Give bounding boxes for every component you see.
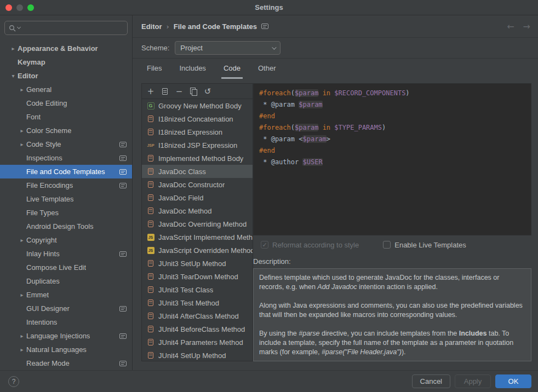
sidebar-item-editor[interactable]: ▾Editor — [0, 69, 132, 83]
sidebar-item-label: File Encodings — [26, 181, 73, 189]
chevron-right-icon[interactable]: ▸ — [18, 292, 26, 298]
template-item-label: Implemented Method Body — [158, 154, 243, 163]
zoom-window-button[interactable] — [27, 4, 34, 11]
template-item-javadoc-constructor[interactable]: JavaDoc Constructor — [142, 178, 253, 191]
sidebar-item-duplicates[interactable]: Duplicates — [0, 274, 132, 288]
title-bar: Settings — [0, 0, 538, 15]
breadcrumb: Editor › File and Code Templates ← → — [133, 15, 538, 37]
screen-icon — [119, 169, 127, 175]
remove-icon[interactable]: − — [173, 85, 186, 97]
sidebar-item-file-and-code-templates[interactable]: File and Code Templates — [0, 165, 132, 178]
chevron-right-icon[interactable]: ▸ — [18, 237, 26, 243]
cancel-button[interactable]: Cancel — [412, 374, 450, 388]
sidebar-item-color-scheme[interactable]: ▸Color Scheme — [0, 124, 132, 137]
template-file-icon — [146, 298, 155, 307]
template-item-label: JUnit3 Test Class — [158, 286, 213, 294]
template-item-junit4-beforeclass-method[interactable]: JUnit4 BeforeClass Method — [142, 322, 253, 336]
template-item-javascript-overridden-method[interactable]: JSJavaScript Overridden Method — [142, 244, 253, 257]
search-history-chevron-icon[interactable] — [17, 25, 21, 29]
sidebar-item-compose-live-edit[interactable]: Compose Live Edit — [0, 261, 132, 274]
scheme-dropdown[interactable]: Project — [175, 41, 281, 55]
ok-button[interactable]: OK — [495, 374, 531, 388]
template-item-label: JUnit3 TearDown Method — [158, 273, 238, 281]
sidebar-item-file-encodings[interactable]: File Encodings — [0, 178, 132, 192]
scheme-value: Project — [180, 44, 202, 52]
live-templates-checkbox[interactable]: Enable Live Templates — [383, 241, 466, 249]
sidebar-item-live-templates[interactable]: Live Templates — [0, 192, 132, 206]
sidebar-item-label: Language Injections — [26, 332, 90, 340]
template-item-junit4-parameters-method[interactable]: JUnit4 Parameters Method — [142, 336, 253, 349]
sidebar-item-keymap[interactable]: Keymap — [0, 55, 132, 69]
screen-icon — [119, 306, 127, 312]
tab-files[interactable]: Files — [145, 59, 164, 79]
tab-other[interactable]: Other — [256, 59, 278, 79]
live-templates-label: Enable Live Templates — [394, 241, 466, 249]
template-file-icon — [146, 272, 155, 281]
template-item-i18nized-concatenation[interactable]: I18nized Concatenation — [142, 112, 253, 125]
list-toolbar: +−↺ — [142, 84, 253, 99]
tab-code[interactable]: Code — [221, 59, 243, 79]
help-button[interactable]: ? — [8, 376, 19, 387]
template-item-junit4-setup-method[interactable]: JUnit4 SetUp Method — [142, 349, 253, 361]
sidebar-item-inlay-hints[interactable]: Inlay Hints — [0, 247, 132, 261]
sidebar-item-intentions[interactable]: Intentions — [0, 315, 132, 329]
template-item-junit3-test-method[interactable]: JUnit3 Test Method — [142, 296, 253, 309]
sidebar-item-appearance-behavior[interactable]: ▸Appearance & Behavior — [0, 42, 132, 55]
sidebar-item-android-design-tools[interactable]: Android Design Tools — [0, 220, 132, 233]
groovy-file-icon: G — [146, 101, 155, 110]
sidebar-item-reader-mode[interactable]: Reader Mode — [0, 356, 132, 370]
template-item-junit3-setup-method[interactable]: JUnit3 SetUp Method — [142, 257, 253, 270]
close-window-button[interactable] — [5, 4, 12, 11]
sidebar-item-font[interactable]: Font — [0, 110, 132, 124]
chevron-right-icon[interactable]: ▸ — [18, 347, 26, 353]
settings-search-input[interactable] — [22, 24, 123, 32]
sidebar-item-code-editing[interactable]: Code Editing — [0, 96, 132, 110]
description-box[interactable]: Defines template which used to generate … — [253, 268, 531, 361]
screen-icon — [119, 155, 127, 161]
sidebar-item-natural-languages[interactable]: ▸Natural Languages — [0, 343, 132, 356]
template-item-javadoc-method[interactable]: JavaDoc Method — [142, 204, 253, 217]
settings-search-box[interactable] — [4, 21, 128, 35]
sidebar-item-gui-designer[interactable]: GUI Designer — [0, 302, 132, 315]
back-arrow-icon[interactable]: ← — [507, 21, 514, 32]
template-item-javascript-implemented-method[interactable]: JSJavaScript Implemented Method — [142, 230, 253, 244]
create-child-icon[interactable] — [158, 85, 171, 97]
sidebar-item-general[interactable]: ▸General — [0, 83, 132, 96]
chevron-right-icon[interactable]: ▸ — [18, 141, 26, 147]
template-item-groovy-new-method-body[interactable]: GGroovy New Method Body — [142, 99, 253, 112]
template-item-junit4-afterclass-method[interactable]: JUnit4 AfterClass Method — [142, 309, 253, 322]
sidebar-item-inspections[interactable]: Inspections — [0, 151, 132, 165]
reformat-checkbox[interactable]: Reformat according to style — [261, 241, 359, 249]
template-item-javadoc-overriding-method[interactable]: JavaDoc Overriding Method — [142, 217, 253, 230]
duplicate-icon[interactable] — [187, 85, 200, 97]
sidebar-item-file-types[interactable]: File Types — [0, 206, 132, 220]
tab-includes[interactable]: Includes — [177, 59, 208, 79]
chevron-right-icon[interactable]: ▸ — [18, 333, 26, 339]
template-list[interactable]: GGroovy New Method BodyI18nized Concaten… — [142, 99, 253, 361]
template-item-i18nized-expression[interactable]: I18nized Expression — [142, 125, 253, 139]
sidebar-item-language-injections[interactable]: ▸Language Injections — [0, 329, 132, 343]
template-item-i18nized-jsp-expression[interactable]: JSPI18nized JSP Expression — [142, 139, 253, 152]
sidebar-item-copyright[interactable]: ▸Copyright — [0, 233, 132, 247]
template-item-implemented-method-body[interactable]: Implemented Method Body — [142, 152, 253, 165]
template-item-label: JavaDoc Overriding Method — [158, 220, 247, 228]
reset-icon[interactable]: ↺ — [201, 85, 214, 97]
breadcrumb-editor[interactable]: Editor — [141, 22, 162, 31]
template-item-junit3-test-class[interactable]: JUnit3 Test Class — [142, 283, 253, 296]
chevron-right-icon[interactable]: ▸ — [9, 45, 18, 51]
sidebar-item-label: GUI Designer — [26, 304, 70, 313]
sidebar-item-emmet[interactable]: ▸Emmet — [0, 288, 132, 302]
checkbox-icon — [261, 241, 268, 249]
template-item-javadoc-field[interactable]: JavaDoc Field — [142, 191, 253, 204]
template-editor[interactable]: #foreach($param in $RECORD_COMPONENTS) *… — [253, 83, 531, 235]
chevron-down-icon[interactable]: ▾ — [9, 73, 18, 79]
forward-arrow-icon[interactable]: → — [523, 21, 530, 32]
template-list-panel: +−↺ GGroovy New Method BodyI18nized Conc… — [141, 83, 253, 361]
template-item-label: I18nized JSP Expression — [158, 141, 237, 149]
template-item-junit3-teardown-method[interactable]: JUnit3 TearDown Method — [142, 270, 253, 283]
chevron-right-icon[interactable]: ▸ — [18, 87, 26, 93]
add-icon[interactable]: + — [144, 85, 157, 97]
chevron-right-icon[interactable]: ▸ — [18, 128, 26, 134]
template-item-javadoc-class[interactable]: JavaDoc Class — [142, 165, 253, 178]
sidebar-item-code-style[interactable]: ▸Code Style — [0, 137, 132, 151]
